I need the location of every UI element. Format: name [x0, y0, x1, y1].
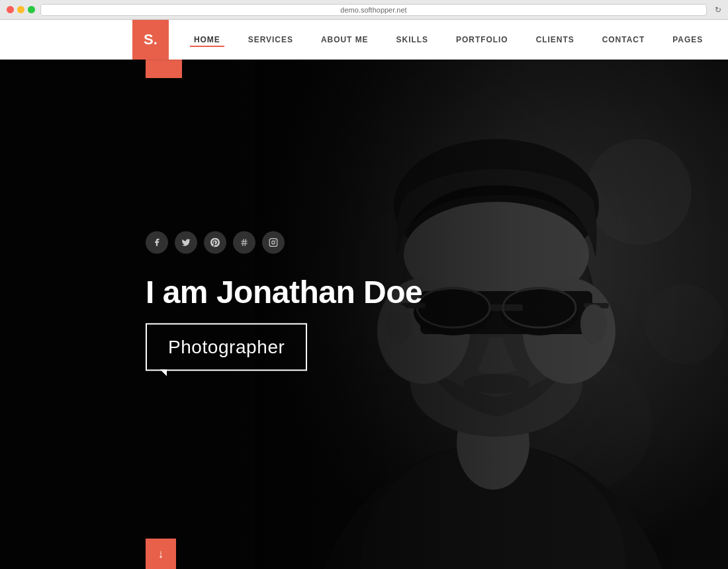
minimize-button[interactable]	[17, 6, 24, 13]
nav-item-contact[interactable]: CONTACT	[598, 32, 649, 47]
svg-rect-30	[269, 239, 277, 247]
nav-item-portfolio[interactable]: PORTFOLIO	[452, 32, 512, 47]
hero-content: I am Jonathan Doe Photographer	[146, 232, 422, 371]
hero-title: I am Jonathan Doe	[146, 274, 422, 310]
nav-item-services[interactable]: SERVICES	[244, 32, 297, 47]
svg-line-29	[245, 239, 246, 246]
arrow-down-icon: ↓	[158, 547, 164, 561]
logo-text: S.	[144, 31, 158, 48]
social-icons	[146, 232, 422, 254]
logo-tab	[146, 60, 182, 78]
pinterest-icon[interactable]	[204, 232, 226, 254]
hero-section: I am Jonathan Doe Photographer ↓	[0, 60, 728, 569]
maximize-button[interactable]	[28, 6, 35, 13]
logo[interactable]: S.	[132, 20, 169, 60]
navbar: S. HOME SERVICES ABOUT ME SKILLS PORTFOL…	[0, 20, 728, 60]
role-text: Photographer	[168, 337, 285, 357]
nav-item-about[interactable]: ABOUT ME	[317, 32, 373, 47]
url-text: demo.softhopper.net	[340, 6, 406, 14]
nav-menu: HOME SERVICES ABOUT ME SKILLS PORTFOLIO …	[169, 32, 728, 47]
twitter-icon[interactable]	[175, 232, 197, 254]
nav-item-pages[interactable]: PAGES	[668, 32, 707, 47]
facebook-icon[interactable]	[146, 232, 168, 254]
nav-item-skills[interactable]: SKILLS	[392, 32, 432, 47]
close-button[interactable]	[7, 6, 14, 13]
scroll-down-button[interactable]: ↓	[146, 539, 176, 569]
svg-point-32	[275, 240, 276, 241]
nav-item-home[interactable]: HOME	[190, 32, 224, 47]
hashtag-icon[interactable]	[233, 232, 255, 254]
role-box: Photographer	[146, 324, 307, 371]
instagram-icon[interactable]	[262, 232, 285, 254]
svg-line-28	[243, 239, 244, 246]
traffic-lights	[7, 6, 35, 13]
nav-item-clients[interactable]: CLIENTS	[532, 32, 578, 47]
svg-point-31	[272, 241, 275, 244]
browser-chrome: demo.softhopper.net ↻	[0, 0, 728, 20]
address-bar[interactable]: demo.softhopper.net	[40, 4, 707, 16]
reload-button[interactable]: ↻	[715, 5, 721, 15]
